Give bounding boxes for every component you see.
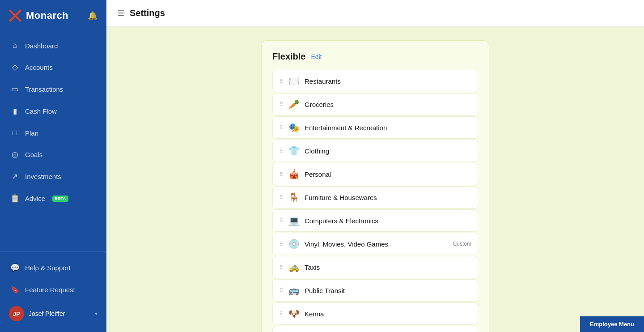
notification-bell-icon[interactable]: 🔔 [88,11,97,21]
category-name: Public Transit [305,287,471,294]
accounts-icon: ◇ [10,63,20,72]
sidebar-item-label: Investments [25,173,61,180]
sidebar-item-label: Transactions [25,85,63,93]
category-emoji: 💿 [288,238,300,249]
sidebar-item-feature[interactable]: 🔖 Feature Request [0,279,106,301]
category-row-public-transit[interactable]: ⠿ 🚌 Public Transit [272,279,478,302]
sidebar-item-label: Plan [25,129,38,137]
edit-link[interactable]: Edit [311,53,322,60]
sidebar-item-plan[interactable]: □Plan [0,122,106,144]
category-row-clothing[interactable]: ⠿ 👕 Clothing [272,140,478,162]
goals-icon: ◎ [10,150,20,159]
flexible-panel: Flexible Edit ⠿ 🍽️ Restaurants ⠿ 🥕 Groce… [261,40,489,332]
investments-icon: ↗ [10,172,20,181]
avatar: JP [9,306,24,321]
sidebar-item-goals[interactable]: ◎Goals [0,144,106,166]
drag-handle-icon[interactable]: ⠿ [279,171,283,177]
category-emoji: 🎪 [288,169,300,179]
dashboard-icon: ⌂ [10,41,20,50]
monarch-logo-icon [9,9,21,22]
sidebar-item-label: Cash Flow [25,107,57,115]
sidebar-bottom: 💬 Help & Support 🔖 Feature Request JP Jo… [0,251,106,332]
advice-icon: 📋 [10,194,20,203]
user-profile[interactable]: JP Josef Pfeiffer ▾ [0,301,106,327]
sidebar-item-label: Goals [25,151,42,158]
sidebar-item-help[interactable]: 💬 Help & Support [0,257,106,279]
sidebar: Monarch 🔔 ⌂Dashboard◇Accounts▭Transactio… [0,0,106,332]
main-area: ☰ Settings Flexible Edit ⠿ 🍽️ Restaurant… [106,0,644,332]
sidebar-item-label: Dashboard [25,42,58,50]
panel-title: Flexible [272,51,305,62]
sidebar-item-transactions[interactable]: ▭Transactions [0,78,106,100]
category-emoji: 🐶 [288,308,300,319]
cashflow-icon: ▮ [10,106,20,116]
sidebar-item-label: Help & Support [25,264,71,272]
transactions-icon: ▭ [10,85,20,94]
drag-handle-icon[interactable]: ⠿ [279,78,283,84]
sidebar-item-investments[interactable]: ↗Investments [0,166,106,187]
sidebar-item-label: Feature Request [25,286,75,294]
category-row-restaurants[interactable]: ⠿ 🍽️ Restaurants [272,70,478,92]
category-name: Groceries [305,101,471,108]
category-row-furniture[interactable]: ⠿ 🪑 Furniture & Housewares [272,186,478,209]
topbar: ☰ Settings [106,0,644,27]
drag-handle-icon[interactable]: ⠿ [279,125,283,131]
drag-handle-icon[interactable]: ⠿ [279,218,283,224]
category-name: Restaurants [305,77,471,85]
sidebar-item-advice[interactable]: 📋AdviceBETA [0,187,106,209]
plan-icon: □ [10,128,20,137]
drag-handle-icon[interactable]: ⠿ [279,148,283,154]
drag-handle-icon[interactable]: ⠿ [279,102,283,107]
category-name: Personal [305,170,471,178]
beta-badge: BETA [52,196,68,202]
category-name: Clothing [305,147,471,155]
sidebar-item-label: Advice [25,195,45,202]
category-name: Computers & Electronics [305,217,471,225]
nav-list: ⌂Dashboard◇Accounts▭Transactions▮Cash Fl… [0,31,106,251]
category-emoji: 👕 [288,145,300,156]
content-area: Flexible Edit ⠿ 🍽️ Restaurants ⠿ 🥕 Groce… [106,27,644,332]
page-title: Settings [130,8,165,18]
sidebar-item-dashboard[interactable]: ⌂Dashboard [0,35,106,56]
category-emoji: 💻 [288,215,300,226]
chevron-down-icon: ▾ [95,311,97,317]
category-row-groceries[interactable]: ⠿ 🥕 Groceries [272,93,478,115]
drag-handle-icon[interactable]: ⠿ [279,264,283,270]
sidebar-item-label: Accounts [25,64,53,71]
category-list: ⠿ 🍽️ Restaurants ⠿ 🥕 Groceries ⠿ 🎭 Enter… [272,70,478,332]
category-row-kenna[interactable]: ⠿ 🐶 Kenna [272,302,478,325]
category-name: Kenna [305,310,471,318]
hamburger-menu-icon[interactable]: ☰ [117,9,124,18]
drag-handle-icon[interactable]: ⠿ [279,288,283,294]
custom-badge: Custom [453,241,471,247]
category-row-entertainment[interactable]: ⠿ 🎭 Entertainment & Recreation [272,116,478,139]
employee-menu-button[interactable]: Employee Menu [580,316,644,332]
category-name: Vinyl, Movies, Video Games [305,240,449,248]
category-emoji: 🚌 [288,285,300,296]
sidebar-item-accounts[interactable]: ◇Accounts [0,56,106,78]
category-row-personal[interactable]: ⠿ 🎪 Personal [272,163,478,185]
category-emoji: 🚕 [288,262,300,272]
drag-handle-icon[interactable]: ⠿ [279,195,283,200]
feature-icon: 🔖 [10,285,20,294]
category-row-computers[interactable]: ⠿ 💻 Computers & Electronics [272,209,478,232]
user-name: Josef Pfeiffer [29,310,90,317]
category-emoji: 🎭 [288,122,300,133]
help-icon: 💬 [10,263,20,272]
category-emoji: 🥕 [288,99,300,110]
category-name: Furniture & Housewares [305,194,471,201]
category-name: Entertainment & Recreation [305,124,471,132]
sidebar-item-cashflow[interactable]: ▮Cash Flow [0,100,106,122]
category-name: Taxis [305,264,471,271]
app-name: Monarch [26,10,68,21]
drag-handle-icon[interactable]: ⠿ [279,311,283,317]
category-emoji: 🍽️ [288,76,300,86]
category-row-taxis[interactable]: ⠿ 🚕 Taxis [272,256,478,278]
category-row-vinyl-movies[interactable]: ⠿ 💿 Vinyl, Movies, Video Games Custom [272,233,478,255]
logo-area: Monarch 🔔 [0,0,106,31]
drag-handle-icon[interactable]: ⠿ [279,241,283,247]
category-emoji: 🪑 [288,192,300,203]
panel-header: Flexible Edit [272,51,478,62]
category-row-books[interactable]: ⠿ 📚 Books [272,326,478,332]
